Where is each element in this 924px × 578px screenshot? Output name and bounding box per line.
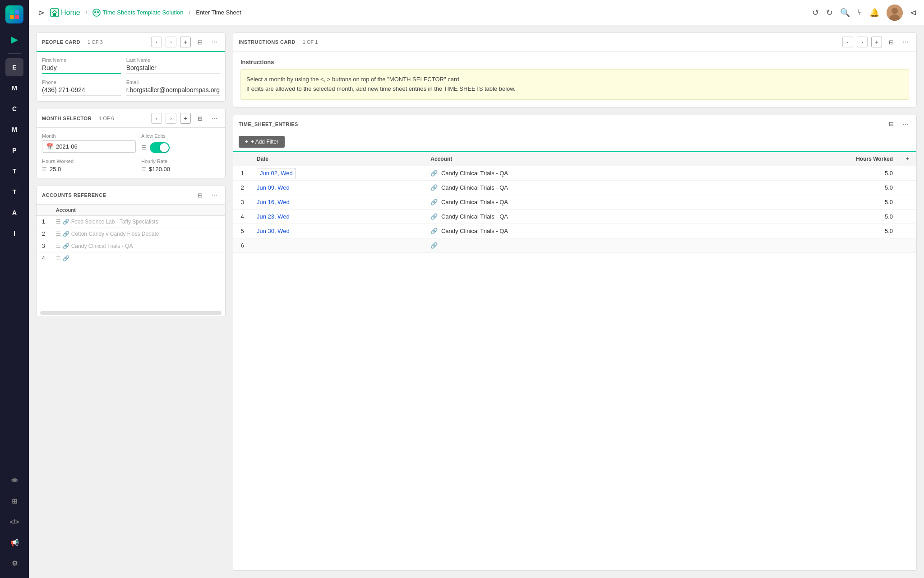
month-filter-button[interactable]: ⊟ [194,113,205,124]
tse-row-num: 1 [233,166,251,180]
sidebar-eye-icon[interactable]: 👁 [5,471,23,489]
accounts-table-row: 2 ☰ 🔗 Cotton Candy v Candy Floss Debate [37,228,225,240]
home-link[interactable]: Home [50,8,80,17]
last-name-field: Last Name Borgstaller [126,57,220,74]
accounts-row-account: ☰ 🔗 Candy Clinical Trials - QA [51,240,225,252]
nav-back-icon[interactable]: ⊳ [36,6,46,19]
people-next-button[interactable]: › [166,37,176,47]
svg-rect-0 [10,10,14,14]
first-name-input[interactable] [42,64,121,74]
breadcrumb-solution-link[interactable]: Time Sheets Template Solution [92,9,183,17]
tse-row-num: 4 [233,209,251,224]
accounts-menu-button[interactable]: ··· [209,190,220,200]
month-menu-button[interactable]: ··· [209,113,220,124]
accounts-account-name: Food Science Lab - Taffy Specialists - [71,219,162,225]
tse-row-plus [898,166,916,180]
notifications-button[interactable]: 🔔 [869,8,879,18]
doc-icon: ☰ [56,231,61,237]
tse-row-date[interactable]: Jun 09, Wed [251,180,425,195]
add-filter-button[interactable]: + + Add Filter [239,136,285,148]
email-label: Email [126,79,220,85]
hourly-rate-label: Hourly Rate [141,158,220,164]
instructions-menu-button[interactable]: ··· [900,37,911,47]
row-link-icon: 🔗 [430,213,438,220]
tse-menu-button[interactable]: ··· [900,119,911,130]
accounts-row-num: 1 [37,216,51,228]
people-menu-button[interactable]: ··· [209,37,220,47]
accounts-card-header: ACCOUNTS REFERENCE ⊟ ··· [37,186,225,204]
tse-row-num: 3 [233,195,251,209]
tse-add-icon[interactable]: + [906,156,909,162]
tse-row-date[interactable]: Jun 16, Wed [251,195,425,209]
undo-button[interactable]: ↺ [812,8,819,18]
people-card-header: PEOPLE Card 1 OF 3 ‹ › + ⊟ ··· [37,33,225,51]
sidebar-item-M[interactable]: M [5,79,23,97]
tse-row-account: 🔗 Candy Clinical Trials - QA [425,180,732,195]
tse-row-plus [898,224,916,238]
sidebar-expand[interactable]: ▶ [5,31,23,49]
hours-icon: ☰ [42,166,47,172]
accounts-row-account: ☰ 🔗 [51,252,225,265]
accounts-filter-button[interactable]: ⊟ [194,190,205,200]
accounts-row-icons: ☰ 🔗 Cotton Candy v Candy Floss Debate [56,231,220,237]
people-add-button[interactable]: + [180,37,191,47]
sidebar-item-T2[interactable]: T [5,183,23,201]
tse-row-date [251,238,425,252]
row-link-icon: 🔗 [430,170,438,177]
instructions-filter-button[interactable]: ⊟ [886,37,896,47]
instructions-prev-button[interactable]: ‹ [842,37,853,47]
row-account-name: Candy Clinical Trials - QA [441,170,508,177]
row-account-name: Candy Clinical Trials - QA [441,199,508,205]
sidebar-diagram-icon[interactable]: ⊞ [5,492,23,510]
sidebar: ▶ E M C M P T T A I 👁 ⊞ </> 📢 ⚙ [0,0,29,578]
instructions-add-button[interactable]: + [871,37,882,47]
sidebar-item-C[interactable]: C [5,100,23,118]
sidebar-item-M2[interactable]: M [5,121,23,139]
sidebar-announce-icon[interactable]: 📢 [5,534,23,552]
main-content: ⊳ Home / Time Sheets Template Solution /… [29,0,924,578]
svg-rect-5 [53,13,56,16]
instructions-next-button[interactable]: › [857,37,868,47]
last-name-label: Last Name [126,57,220,63]
month-input[interactable] [56,143,132,150]
tse-table-row: 4 Jun 23, Wed 🔗 Candy Clinical Trials - … [233,209,916,224]
tse-title: TIME_SHEET_ENTRIES [239,121,298,127]
tse-row-hours: 5.0 [732,209,898,224]
collapse-right-button[interactable]: ⊲ [910,8,917,18]
month-next-button[interactable]: › [166,113,176,124]
accounts-scrollbar[interactable] [40,311,222,315]
breadcrumb-solution-text: Time Sheets Template Solution [102,9,183,16]
sidebar-settings-icon[interactable]: ⚙ [5,555,23,573]
allow-edits-label: Allow Edits [141,133,220,139]
sidebar-item-T[interactable]: T [5,162,23,180]
tse-row-date[interactable]: Jun 02, Wed [251,166,425,180]
share-button[interactable]: ⑂ [857,8,862,17]
sidebar-item-I[interactable]: I [5,224,23,242]
people-prev-button[interactable]: ‹ [151,37,162,47]
accounts-card-body: Account 1 ☰ 🔗 Food Science Lab - Taffy S… [37,204,225,317]
sidebar-item-A[interactable]: A [5,204,23,222]
tse-filter-button[interactable]: ⊟ [886,119,896,130]
sidebar-item-E[interactable]: E [5,58,23,76]
doc-icon: ☰ [56,243,61,249]
search-button[interactable]: 🔍 [840,8,850,18]
month-card-body: Month 📅 Allow Edits ☰ [37,127,225,178]
user-avatar[interactable] [887,5,903,21]
sidebar-item-P[interactable]: P [5,141,23,159]
accounts-row-icons: ☰ 🔗 Food Science Lab - Taffy Specialists… [56,219,220,225]
tse-row-date[interactable]: Jun 30, Wed [251,224,425,238]
people-card-title: PEOPLE Card [42,39,80,45]
tse-row-account: 🔗 Candy Clinical Trials - QA [425,166,732,180]
home-label: Home [61,9,80,17]
app-logo[interactable] [5,5,23,23]
instructions-section-title: Instructions [240,59,909,65]
allow-edits-toggle[interactable] [150,142,170,153]
redo-button[interactable]: ↻ [826,8,833,18]
tse-row-date[interactable]: Jun 23, Wed [251,209,425,224]
right-panel: INSTRUCTIONS Card 1 OF 1 ‹ › + ⊟ ··· Ins… [233,33,917,571]
sidebar-code-icon[interactable]: </> [5,513,23,531]
email-field: Email r.borgstaller@oompaloompas.org [126,79,220,96]
people-filter-button[interactable]: ⊟ [194,37,205,47]
month-add-button[interactable]: + [180,113,191,124]
month-prev-button[interactable]: ‹ [151,113,162,124]
